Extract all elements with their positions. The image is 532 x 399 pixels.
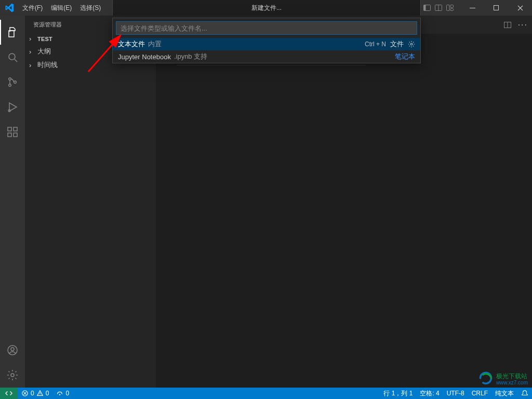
picker-row-jupyter[interactable]: Jupyter Notebook .ipynb 支持 笔记本 (113, 50, 420, 63)
menu-edit[interactable]: 编辑(E) (47, 0, 76, 16)
chevron-right-icon: › (29, 48, 37, 56)
menubar: 文件(F) 编辑(E) 选择(S) (18, 0, 105, 16)
activity-search-icon[interactable] (0, 45, 25, 70)
activity-bar (0, 16, 25, 388)
svg-rect-4 (447, 5, 450, 11)
status-problems[interactable]: 0 0 (18, 390, 52, 397)
svg-point-11 (9, 78, 11, 81)
more-icon[interactable]: ··· (518, 20, 528, 30)
activity-accounts-icon[interactable] (0, 338, 25, 363)
watermark-subtext: www.xz7.com (496, 380, 528, 385)
split-editor-icon[interactable] (503, 21, 512, 29)
dialog-title: 新建文件... (251, 4, 282, 12)
svg-rect-6 (450, 9, 454, 11)
activity-extensions-icon[interactable] (0, 119, 25, 144)
layout-panel-left-icon[interactable] (423, 4, 431, 12)
statusbar: 0 0 0 行 1，列 1 空格: 4 UTF-8 CRLF 纯文本 (0, 388, 532, 399)
svg-point-21 (11, 374, 14, 377)
svg-point-20 (11, 348, 14, 351)
window-close-button[interactable] (508, 0, 532, 16)
svg-rect-7 (470, 8, 475, 8)
activity-explorer-icon[interactable] (0, 20, 25, 45)
svg-point-9 (9, 54, 15, 60)
chevron-right-icon: › (29, 35, 37, 43)
svg-point-26 (59, 394, 60, 395)
category-link: 笔记本 (395, 52, 415, 61)
status-ports[interactable]: 0 (52, 390, 73, 397)
menu-file[interactable]: 文件(F) (18, 0, 47, 16)
watermark-logo-icon (478, 371, 493, 385)
layout-panel-bottom-icon[interactable] (434, 4, 443, 12)
vscode-logo-icon (0, 3, 18, 12)
svg-rect-15 (8, 127, 11, 131)
activity-settings-icon[interactable] (0, 363, 25, 388)
remote-indicator-icon[interactable] (0, 388, 18, 399)
sidebar-explorer: 资源管理器 › TEST › 大纲 › 时间线 (25, 16, 156, 388)
watermark: 极光下载站 www.xz7.com (478, 371, 528, 385)
svg-rect-18 (14, 127, 17, 131)
svg-point-12 (9, 84, 11, 87)
activity-scm-icon[interactable] (0, 70, 25, 95)
status-indentation[interactable]: 空格: 4 (416, 389, 443, 398)
layout-customize-icon[interactable] (446, 4, 454, 12)
status-encoding[interactable]: UTF-8 (443, 389, 468, 398)
gear-icon[interactable] (408, 41, 415, 48)
category-label: 文件 (390, 39, 404, 49)
svg-rect-5 (450, 5, 454, 8)
window-minimize-button[interactable] (460, 0, 484, 16)
picker-input-wrapper (116, 21, 417, 35)
menu-select[interactable]: 选择(S) (76, 0, 105, 16)
new-file-picker: 文本文件 内置 Ctrl + N 文件 Jupyter Notebook .ip… (112, 18, 421, 63)
picker-row-text-file[interactable]: 文本文件 内置 Ctrl + N 文件 (113, 38, 420, 50)
svg-point-13 (14, 81, 17, 84)
svg-rect-17 (14, 133, 17, 137)
keybinding-label: Ctrl + N (365, 41, 386, 48)
window-maximize-button[interactable] (484, 0, 508, 16)
status-notifications-icon[interactable] (517, 389, 532, 398)
svg-rect-8 (494, 5, 498, 10)
picker-input[interactable] (121, 24, 413, 32)
svg-point-27 (410, 43, 413, 45)
svg-line-10 (15, 59, 17, 62)
chevron-right-icon: › (29, 61, 37, 69)
watermark-text: 极光下载站 (496, 373, 527, 380)
status-cursor-position[interactable]: 行 1，列 1 (380, 389, 416, 398)
editor-area: ··· (156, 16, 532, 388)
main: 资源管理器 › TEST › 大纲 › 时间线 ··· (0, 16, 532, 388)
activity-debug-icon[interactable] (0, 95, 25, 119)
svg-rect-16 (8, 133, 11, 137)
svg-rect-1 (424, 5, 426, 11)
editor-divider (177, 65, 366, 65)
dialog-header: 新建文件... (112, 0, 421, 16)
status-language[interactable]: 纯文本 (491, 389, 517, 398)
status-eol[interactable]: CRLF (468, 389, 491, 398)
